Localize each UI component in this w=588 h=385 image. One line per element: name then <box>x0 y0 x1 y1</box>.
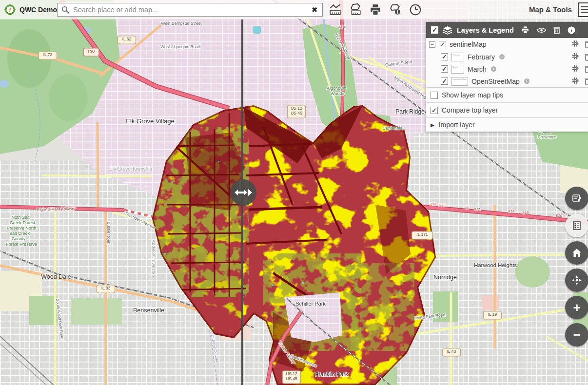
print-legend-icon[interactable] <box>521 26 529 34</box>
svg-text:IL 43: IL 43 <box>447 349 456 354</box>
info-icon[interactable]: i <box>568 26 575 34</box>
menu-hamburger-button[interactable] <box>578 2 588 17</box>
svg-text:i: i <box>397 9 398 14</box>
map-label: Preserve North <box>7 226 37 231</box>
compare-layer-checkbox[interactable]: ✓ <box>431 107 438 114</box>
layer-name: March <box>468 65 487 73</box>
layer-row-february[interactable]: ✓ February February i <box>426 51 588 63</box>
print-tool-button[interactable] <box>369 3 382 17</box>
map-tools-label: Map & Tools <box>529 5 572 14</box>
map-label: Bensenville <box>133 307 164 314</box>
map-label: Centennial <box>382 126 403 131</box>
map-label: Woods <box>331 91 344 96</box>
svg-text:I 90: I 90 <box>88 49 95 54</box>
map-label: West Algonquin Road <box>160 44 200 49</box>
option-show-map-tips[interactable]: ✓ Show layer map tips <box>426 87 588 102</box>
motorway-exit-label: 44A <box>338 25 345 29</box>
motorway-exit-label: 82C <box>556 213 563 218</box>
layer-settings-gear-icon[interactable] <box>571 40 579 49</box>
layer-info-badge[interactable]: i <box>499 54 505 59</box>
clipped-row-icon[interactable] <box>585 65 588 73</box>
map-label: Wood Dale <box>41 273 71 280</box>
road-shield: IL 83 <box>97 285 115 293</box>
option-compare-top-layer[interactable]: ✓ Compare top layer <box>426 102 588 117</box>
svg-text:IL 83: IL 83 <box>101 286 111 290</box>
collapse-expander[interactable]: − <box>429 41 435 48</box>
search-icon <box>61 6 69 14</box>
layer-legend-thumbnail: February <box>451 53 464 61</box>
import-layer-expander[interactable]: ▶ Import layer <box>426 117 588 132</box>
compare-slider-handle[interactable] <box>230 179 256 206</box>
clipped-row-icon[interactable] <box>585 53 588 61</box>
map-legend-sheet-button[interactable] <box>565 214 588 237</box>
map-tips-checkbox[interactable]: ✓ <box>431 92 438 99</box>
search-box[interactable]: ✖ <box>57 3 323 17</box>
road-shield: IL 43 <box>443 348 461 356</box>
expand-arrow-icon: ▶ <box>431 122 434 128</box>
task-report-button[interactable] <box>565 187 588 210</box>
svg-text:i: i <box>570 27 572 33</box>
map-label: Preserves <box>538 135 556 139</box>
layer-settings-gear-icon[interactable] <box>571 64 579 74</box>
motorway-exit-label: 79B <box>430 202 436 206</box>
zoom-out-button[interactable]: − <box>565 323 588 346</box>
identify-region-tool-button[interactable]: i <box>389 3 402 17</box>
layer-settings-gear-icon[interactable] <box>571 77 579 86</box>
home-button[interactable] <box>565 241 588 265</box>
measure-tool-button[interactable] <box>349 3 362 17</box>
layer-checkbox[interactable]: ✓ <box>441 77 448 85</box>
layer-legend-thumbnail: March <box>451 65 464 74</box>
map-label: Elk Grove Village <box>126 117 174 125</box>
layer-settings-gear-icon[interactable] <box>571 52 579 61</box>
app-logo[interactable]: QWC Demo <box>0 2 57 17</box>
locate-button[interactable] <box>565 269 588 292</box>
map-label: Park Ridge <box>395 108 425 115</box>
clipped-row-icon[interactable] <box>585 40 588 48</box>
toolbar: i <box>329 3 422 17</box>
map-label: Salt Creek <box>9 231 30 236</box>
map-label: Norridge <box>433 274 457 281</box>
map-label: Elk Grove Township <box>109 166 153 172</box>
schiller-park-gap <box>284 292 342 342</box>
layer-row-march[interactable]: ✓ March March i <box>426 63 588 75</box>
brand-title: QWC Demo <box>20 6 57 14</box>
svg-text:IL 19: IL 19 <box>488 312 497 317</box>
layer-row-openstreetmap[interactable]: ✓ OpenStreetMap OpenStreetMap i <box>426 75 588 87</box>
svg-text:US 45: US 45 <box>291 111 302 116</box>
map-label: County <box>12 236 26 241</box>
clipped-row-icon[interactable] <box>585 77 588 85</box>
road-shield: IL 62 <box>118 36 136 44</box>
svg-text:US 12: US 12 <box>286 371 297 376</box>
map-label: Addison Township <box>151 240 157 277</box>
svg-text:US 45: US 45 <box>286 376 297 381</box>
map-label: Creek Forest <box>10 220 36 225</box>
trash-icon[interactable] <box>553 26 560 34</box>
search-input[interactable] <box>72 5 311 14</box>
zoom-in-button[interactable]: + <box>565 296 588 319</box>
map-label: West Dempster Street <box>161 21 202 26</box>
map-label: Franklin Park <box>315 371 348 377</box>
map-label: Algonquin <box>327 86 346 91</box>
map-label: Noth Salt <box>11 215 30 220</box>
panel-title: Layers & Legend <box>457 26 514 34</box>
layer-group-row-sentinelmap[interactable]: − ✓ sentinelMap <box>426 38 588 51</box>
svg-text:IL 72: IL 72 <box>43 52 53 57</box>
layers-panel-header[interactable]: ✓ Layers & Legend i <box>426 22 588 38</box>
layer-info-badge[interactable]: i <box>491 66 496 72</box>
motorway-exit-label: 81B <box>522 211 529 215</box>
qwc-app: IL 62I 90IL 72US 12US 45IL 171IL 19IL 43… <box>0 0 588 385</box>
layer-info-badge[interactable]: i <box>524 78 529 84</box>
visibility-eye-icon[interactable] <box>537 27 546 34</box>
layer-checkbox[interactable]: ✓ <box>441 53 448 60</box>
panel-visibility-checkbox[interactable]: ✓ <box>431 26 438 34</box>
height-profile-tool-button[interactable] <box>329 3 342 17</box>
time-manager-tool-button[interactable] <box>409 3 422 17</box>
compare-layer-label: Compare top layer <box>442 106 498 114</box>
map-label: Harwood Heights <box>474 262 517 268</box>
search-clear-icon[interactable]: ✖ <box>311 6 318 14</box>
layer-group-checkbox[interactable]: ✓ <box>439 41 446 48</box>
qwc-compass-icon <box>4 2 16 17</box>
motorway-exit-label: 79C <box>438 203 445 207</box>
map-tips-label: Show layer map tips <box>442 91 503 99</box>
layer-checkbox[interactable]: ✓ <box>441 65 448 73</box>
